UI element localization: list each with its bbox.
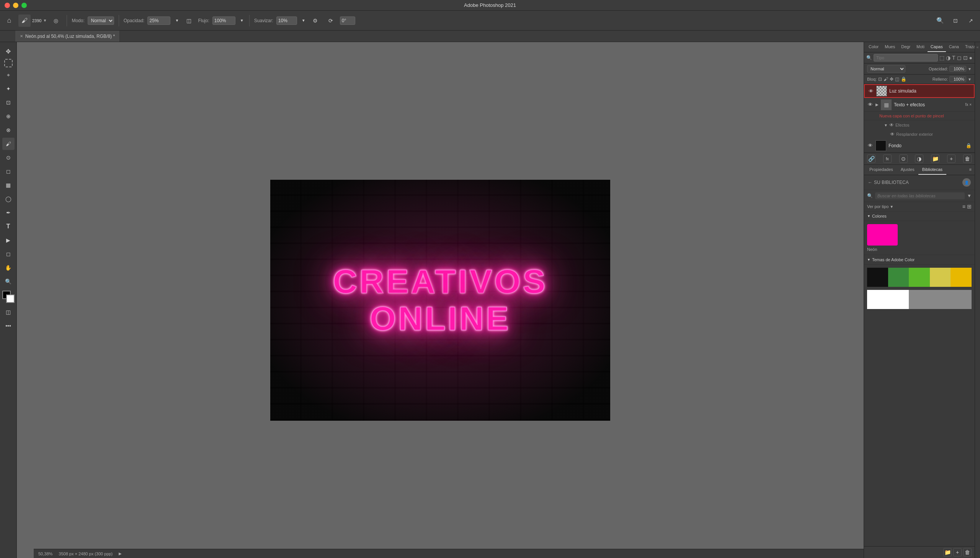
magic-wand-tool[interactable]: ✦ — [2, 83, 15, 95]
layer-item-texto-efectos[interactable]: 👁 ▶ ▦ Texto + efectos fx × — [864, 98, 975, 112]
dimensions-arrow[interactable]: ▶ — [119, 551, 122, 556]
angle-icon[interactable]: ⟳ — [324, 15, 337, 27]
neon-color-swatch[interactable] — [867, 224, 898, 246]
healing-tool[interactable]: ⊗ — [2, 124, 15, 136]
smoothing-toggle[interactable]: ◫ — [183, 15, 195, 27]
fill-value-input[interactable] — [949, 76, 966, 82]
lock-all-icon[interactable]: 🔒 — [901, 77, 906, 82]
layer-visibility-fondo[interactable]: 👁 — [867, 143, 873, 149]
close-icon[interactable]: ✕ — [20, 34, 23, 38]
collapse-arrow-icon[interactable]: « — [977, 45, 979, 49]
crop-tool[interactable]: ⊡ — [2, 96, 15, 108]
document-tab[interactable]: ✕ Neón.psd al 50,4% (Luz simulada, RGB/8… — [15, 31, 120, 42]
panel-tab-capas[interactable]: Capas — [927, 42, 946, 52]
canvas-area[interactable]: CREATIVOS ONLINE 50,38% 3508 px × 2480 p… — [17, 42, 864, 558]
dodge-tool[interactable]: ◯ — [2, 193, 15, 205]
efectos-eye[interactable]: 👁 — [889, 122, 894, 128]
efectos-expand[interactable]: ▼ — [884, 123, 888, 127]
add-mask-button[interactable]: ⊙ — [899, 154, 908, 163]
panel-tab-color[interactable]: Color — [866, 42, 882, 52]
minimize-button[interactable] — [13, 3, 18, 8]
move-tool[interactable]: ✥ — [2, 45, 15, 57]
user-avatar[interactable]: 👤 — [962, 178, 971, 187]
delete-layer-button[interactable]: 🗑 — [963, 154, 972, 163]
pen-tool[interactable]: ✒ — [2, 207, 15, 219]
background-color[interactable] — [6, 294, 15, 303]
path-select-tool[interactable]: ▶ — [2, 234, 15, 246]
eraser-tool[interactable]: ◻ — [2, 165, 15, 177]
layer-visibility-texto-efectos[interactable]: 👁 — [867, 102, 873, 108]
tab-propiedades[interactable]: Propiedades — [866, 165, 897, 175]
brush-icon[interactable]: 🖌 — [18, 15, 31, 27]
more-tools[interactable]: ••• — [2, 320, 15, 332]
opacity-arrow[interactable]: ▼ — [173, 18, 180, 23]
text-tool[interactable]: T — [2, 220, 15, 233]
eyedropper-tool[interactable]: ⊕ — [2, 110, 15, 122]
panel-tab-cana[interactable]: Cana — [946, 42, 962, 52]
grid-view-icon[interactable]: ⊞ — [967, 204, 972, 210]
smooth-arrow[interactable]: ▼ — [300, 18, 306, 23]
fill-arrow[interactable]: ▼ — [968, 77, 972, 82]
adobe-color-section-header[interactable]: ▼ Temas de Adobe Color — [864, 255, 975, 265]
library-add-button[interactable]: + — [953, 548, 962, 556]
filter-toggle[interactable]: ● — [969, 55, 972, 61]
layer-item-luz-simulada[interactable]: 👁 Luz simulada — [864, 84, 975, 98]
maximize-button[interactable] — [21, 3, 27, 8]
library-delete-button[interactable]: 🗑 — [963, 548, 972, 556]
brush-tool[interactable]: 🖌 — [2, 138, 15, 150]
zoom-tool[interactable]: 🔍 — [2, 276, 15, 287]
close-button[interactable] — [5, 3, 10, 8]
quick-mask-toggle[interactable]: ◫ — [2, 306, 15, 318]
colores-section-header[interactable]: ▼ Colores — [864, 212, 975, 221]
adobe-swatch-1[interactable] — [888, 268, 909, 287]
adobe-swatch-5[interactable] — [867, 290, 909, 309]
lock-transparent-icon[interactable]: ⊡ — [878, 77, 882, 82]
settings-icon[interactable]: ⚙ — [309, 15, 321, 27]
layers-search-input[interactable] — [874, 54, 938, 62]
tab-ajustes[interactable]: Ajustes — [897, 165, 918, 175]
flow-input[interactable] — [212, 16, 236, 25]
adjustment-filter-icon[interactable]: ◑ — [946, 55, 950, 61]
adobe-swatch-2[interactable] — [909, 268, 930, 287]
blend-mode-select[interactable]: Normal — [867, 65, 905, 73]
adobe-swatch-4[interactable] — [950, 268, 972, 287]
lock-artboard-icon[interactable]: ◫ — [895, 77, 899, 82]
hand-tool[interactable]: ✋ — [2, 262, 15, 274]
search-dropdown-icon[interactable]: ▼ — [967, 193, 972, 199]
panel-menu-icon[interactable]: ≡ — [968, 165, 973, 175]
tab-bibliotecas[interactable]: Bibliotecas — [918, 165, 946, 175]
list-view-icon[interactable]: ≡ — [962, 204, 965, 210]
color-item-neon[interactable]: Neón — [867, 224, 972, 252]
smooth-input[interactable] — [277, 16, 297, 25]
angle-input[interactable] — [340, 16, 355, 25]
shape-tool[interactable]: ◻ — [2, 248, 15, 260]
resplandor-eye[interactable]: 👁 — [890, 131, 894, 137]
layer-visibility-luz-simulada[interactable]: 👁 — [868, 88, 874, 94]
lock-position-icon[interactable]: ✥ — [889, 77, 893, 82]
hardness-icon[interactable]: ◎ — [50, 15, 62, 27]
gradient-tool[interactable]: ▦ — [2, 179, 15, 191]
pixel-filter-icon[interactable]: ⬚ — [939, 55, 944, 61]
new-group-button[interactable]: 📁 — [931, 154, 939, 163]
layer-item-fondo[interactable]: 👁 Fondo 🔒 — [864, 139, 975, 153]
panel-tab-mues[interactable]: Mues — [882, 42, 898, 52]
home-button[interactable]: ⌂ — [3, 15, 15, 27]
clone-tool[interactable]: ⊙ — [2, 151, 15, 164]
adobe-swatch-3[interactable] — [930, 268, 951, 287]
lasso-tool[interactable]: ⌖ — [2, 69, 15, 81]
opacity-arrow[interactable]: ▼ — [968, 67, 972, 71]
flow-arrow[interactable]: ▼ — [239, 18, 245, 23]
opacity-input[interactable] — [147, 16, 170, 25]
opacity-value-input[interactable] — [949, 66, 966, 72]
brush-size-arrow[interactable]: ▼ — [43, 18, 47, 23]
lock-pixels-icon[interactable]: 🖌 — [883, 77, 888, 82]
panel-collapse-handle[interactable]: « — [975, 42, 980, 558]
panel-tab-moti[interactable]: Moti — [913, 42, 927, 52]
arrange-icon[interactable]: ⊡ — [949, 15, 962, 27]
library-search-input[interactable] — [875, 192, 965, 199]
new-adjustment-button[interactable]: ◑ — [915, 154, 923, 163]
panel-tab-degr[interactable]: Degr — [898, 42, 913, 52]
fx-button[interactable]: fx — [883, 154, 891, 163]
window-controls[interactable] — [5, 3, 27, 8]
adobe-swatch-0[interactable] — [867, 268, 888, 287]
